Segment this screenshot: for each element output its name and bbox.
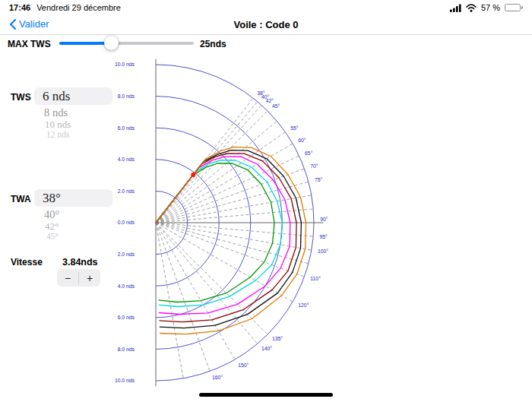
polar-chart: 38°40°42°45°55°60°65°70°75°90°95°100°110… (99, 53, 361, 395)
max-tws-value: 25nds (200, 39, 226, 49)
speed-ring-label: 0.0 nds (118, 220, 135, 225)
screen: 17:46 Vendredi 29 décembre 57 % (0, 0, 532, 399)
speed-ring-label: 8.0 nds (118, 93, 135, 99)
angle-label: 120° (298, 302, 309, 308)
max-tws-slider[interactable] (59, 36, 194, 51)
angle-label: 45° (272, 103, 280, 109)
angle-label: 60° (298, 138, 306, 143)
stepper-decrement-button[interactable]: − (57, 269, 78, 287)
max-tws-label: MAX TWS (8, 39, 51, 49)
angle-label: 160° (212, 375, 223, 380)
twa-label: TWA (11, 194, 31, 204)
angle-label: 135° (272, 336, 283, 341)
slider-thumb[interactable] (104, 36, 119, 50)
speed-ring-label: 4.0 nds (118, 283, 135, 289)
status-date: Vendredi 29 décembre (36, 3, 121, 12)
selected-point-marker (191, 173, 195, 177)
status-bar: 17:46 Vendredi 29 décembre 57 % (0, 0, 532, 15)
polar-angle-labels: 38°40°42°45°55°60°65°70°75°90°95°100°110… (212, 90, 328, 380)
battery-percent: 57 % (481, 3, 500, 12)
angle-label: 95° (320, 234, 328, 239)
speed-ring-label: 10.0 nds (115, 378, 135, 383)
speed-ring-label: 8.0 nds (118, 347, 135, 352)
slider-fill (59, 42, 110, 45)
polar-curve-4 (156, 150, 301, 328)
slider-track[interactable] (59, 42, 194, 45)
speed-ring-label: 6.0 nds (118, 315, 135, 320)
angle-label: 140° (261, 346, 272, 351)
speed-ring-label: 2.0 nds (118, 188, 135, 194)
polar-curve-3 (156, 154, 296, 322)
polar-series (156, 147, 306, 334)
speed-ring-label: 10.0 nds (115, 62, 135, 67)
angle-label: 110° (310, 276, 321, 281)
wifi-icon (466, 4, 477, 12)
polar-curve-0 (156, 163, 274, 302)
angle-label: 42° (266, 98, 274, 103)
nav-bar: Valider Voile : Code 0 (0, 15, 532, 35)
status-left: 17:46 Vendredi 29 décembre (9, 3, 121, 12)
polar-curve-2 (156, 157, 290, 315)
speed-ring-label: 2.0 nds (118, 252, 135, 257)
vitesse-label: Vitesse (11, 257, 43, 268)
angle-label: 150° (238, 363, 249, 368)
angle-label: 55° (290, 125, 299, 131)
cellular-signal-icon (450, 4, 461, 12)
angle-label: 100° (318, 249, 328, 254)
angle-label: 70° (310, 163, 318, 169)
status-right: 57 % (450, 3, 523, 12)
page-title: Voile : Code 0 (0, 19, 532, 30)
vitesse-value: 3.84nds (62, 257, 98, 268)
angle-label: 65° (305, 150, 313, 156)
vitesse-stepper: − + (57, 269, 100, 287)
status-time: 17:46 (9, 3, 30, 12)
battery-icon (505, 4, 523, 11)
stepper-increment-button[interactable]: + (79, 269, 100, 287)
polar-axes (156, 59, 323, 387)
speed-ring-label: 4.0 nds (118, 157, 135, 162)
speed-ring-label: 6.0 nds (118, 125, 135, 131)
angle-label: 90° (320, 217, 328, 222)
home-indicator[interactable] (199, 393, 333, 397)
angle-label: 75° (315, 177, 323, 182)
polar-ring-labels: 10.0 nds8.0 nds6.0 nds4.0 nds2.0 nds0.0 … (115, 62, 135, 383)
tws-label: TWS (11, 92, 31, 103)
